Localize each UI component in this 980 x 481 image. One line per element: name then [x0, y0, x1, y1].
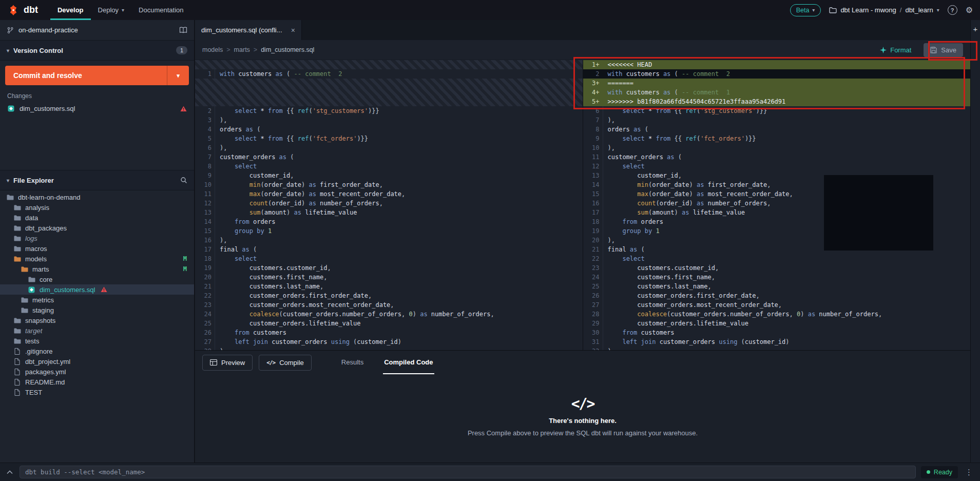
editor-pane-right[interactable]: 1+<<<<<<< HEAD2with customers as ( -- co…: [583, 60, 971, 350]
tree-item-dbt-learn-on-demand[interactable]: dbt-learn-on-demand: [0, 192, 194, 202]
breadcrumb-item-marts[interactable]: marts: [234, 46, 250, 53]
tree-item-packages.yml[interactable]: packages.yml: [0, 367, 194, 377]
line-number: 13: [195, 208, 212, 217]
git-branch-selector[interactable]: on-demand-practice: [0, 20, 194, 40]
chevron-down-icon: ▾: [812, 7, 815, 13]
code-text: ),: [215, 116, 227, 125]
tree-item-dbt_project.yml[interactable]: dbt_project.yml: [0, 356, 194, 367]
tree-item-metrics[interactable]: metrics: [0, 295, 194, 305]
tree-item-dbt_packages[interactable]: dbt_packages: [0, 223, 194, 233]
tree-item-label: TEST: [25, 389, 42, 396]
add-panel-button[interactable]: +: [973, 25, 978, 33]
code-icon: </>: [266, 359, 275, 366]
tree-item-tests[interactable]: tests: [0, 336, 194, 346]
code-text: group by 1: [603, 226, 660, 236]
nav-item-documentation[interactable]: Documentation: [131, 0, 190, 20]
folder-icon: [13, 318, 21, 323]
code-text: customer_orders.most_recent_order_date,: [215, 300, 394, 310]
tree-item-dim_customers.sql[interactable]: dim_customers.sql: [0, 284, 194, 295]
line-number: 26: [195, 328, 212, 337]
line-number: 31: [583, 337, 600, 347]
tab-results[interactable]: Results: [340, 351, 364, 374]
git-branch-icon: [7, 27, 14, 34]
tree-item-README.md[interactable]: README.md: [0, 377, 194, 387]
tree-item-analysis[interactable]: analysis: [0, 202, 194, 213]
code-line-7: 7customer_orders as (: [195, 152, 583, 162]
compile-button[interactable]: </> Compile: [259, 355, 312, 371]
code-text: select: [215, 162, 257, 171]
breadcrumb-item-dim_customers.sql[interactable]: dim_customers.sql: [261, 46, 314, 53]
code-line-4: 4orders as (: [195, 125, 583, 134]
sparkle-icon: [880, 47, 887, 53]
line-number: 9: [195, 171, 212, 180]
tree-item-staging[interactable]: staging: [0, 305, 194, 315]
folder-open-icon: [21, 266, 28, 272]
breadcrumb-item-models[interactable]: models: [202, 46, 223, 53]
code-text: ),: [603, 143, 615, 152]
code-line-32: 32): [583, 347, 971, 350]
file-icon: [13, 369, 21, 375]
tree-item-core[interactable]: core: [0, 274, 194, 284]
nav-item-label: Develop: [57, 6, 84, 14]
tree-item-TEST[interactable]: TEST: [0, 387, 194, 397]
code-text: with customers as ( -- comment 2: [603, 69, 730, 79]
code-line-15: 15 group by 1: [195, 226, 583, 236]
save-button[interactable]: Save: [924, 43, 963, 57]
editor-tab-dim-customers[interactable]: dim_customers.sql (confli... ×: [195, 20, 302, 40]
docs-reader-icon[interactable]: [179, 27, 187, 33]
commit-options-chevron[interactable]: ▾: [167, 66, 189, 85]
code-line-9: 9 customer_id,: [195, 171, 583, 180]
status-text: Ready: [934, 469, 952, 476]
close-tab-icon[interactable]: ×: [291, 26, 295, 34]
format-button[interactable]: Format: [880, 46, 911, 54]
tree-item-logs[interactable]: logs: [0, 233, 194, 243]
code-line-31: 31 left join customer_orders using (cust…: [583, 337, 971, 347]
nav-item-deploy[interactable]: Deploy▾: [91, 0, 132, 20]
code-text: ),: [603, 236, 615, 245]
code-line-1: 1with customers as ( -- comment 2: [195, 69, 583, 79]
code-line-24: 24 customers.first_name,: [583, 273, 971, 282]
line-number: 5: [195, 134, 212, 143]
changed-file-dim_customers.sql[interactable]: dim_customers.sql: [0, 103, 194, 114]
dbt-cloud-ide: dbt DevelopDeploy▾Documentation Beta ▾ d…: [0, 0, 980, 481]
search-icon[interactable]: [180, 177, 187, 184]
code-line-17: 17final as (: [195, 245, 583, 254]
beta-badge[interactable]: Beta ▾: [790, 4, 821, 16]
folder-icon: [13, 338, 21, 344]
tree-item-snapshots[interactable]: snapshots: [0, 315, 194, 325]
account-switcher[interactable]: dbt Learn - mwong / dbt_learn ▾: [829, 6, 939, 14]
expand-history-chevron-icon[interactable]: [5, 470, 14, 474]
editor-pane-left[interactable]: 1with customers as ( -- comment 22 selec…: [195, 60, 583, 350]
file-explorer-header[interactable]: ▾ File Explorer: [0, 170, 194, 190]
status-badge[interactable]: Ready: [921, 466, 958, 478]
tree-item-macros[interactable]: macros: [0, 243, 194, 254]
tree-item-models[interactable]: modelsM: [0, 254, 194, 264]
settings-gear-icon[interactable]: ⚙: [966, 6, 973, 14]
code-line-13: 13 customer_id,: [583, 171, 971, 180]
preview-grid-icon: [210, 359, 217, 365]
code-line-10: 10),: [583, 143, 971, 152]
folder-icon: [6, 195, 14, 200]
code-text: customers.first_name,: [603, 273, 716, 282]
nav-item-develop[interactable]: Develop: [50, 0, 91, 20]
tree-item-data[interactable]: data: [0, 213, 194, 223]
line-number: 17: [195, 245, 212, 254]
tree-item-marts[interactable]: martsM: [0, 264, 194, 274]
code-text: max(order_date) as most_recent_order_dat…: [603, 189, 793, 199]
commit-and-resolve-button[interactable]: Commit and resolve ▾: [5, 66, 189, 85]
dbt-home-link[interactable]: dbt: [7, 4, 41, 16]
tree-item-target[interactable]: target: [0, 325, 194, 336]
version-control-header[interactable]: ▾ Version Control 1: [0, 40, 194, 61]
line-number: 7: [583, 116, 600, 125]
preview-button[interactable]: Preview: [202, 355, 253, 371]
code-text: customers.customer_id,: [603, 263, 719, 273]
code-text: select * from {{ ref('stg_customers')}}: [215, 106, 379, 116]
tree-item-.gitignore[interactable]: .gitignore: [0, 346, 194, 356]
code-text: customer_id,: [215, 171, 294, 180]
kebab-menu-icon[interactable]: ⋮: [963, 468, 975, 477]
command-input[interactable]: [20, 466, 916, 478]
help-button[interactable]: ?: [948, 5, 957, 15]
tab-compiled-code[interactable]: Compiled Code: [383, 351, 434, 374]
folder-icon: [13, 205, 21, 210]
diff-filler-row: [195, 97, 583, 106]
